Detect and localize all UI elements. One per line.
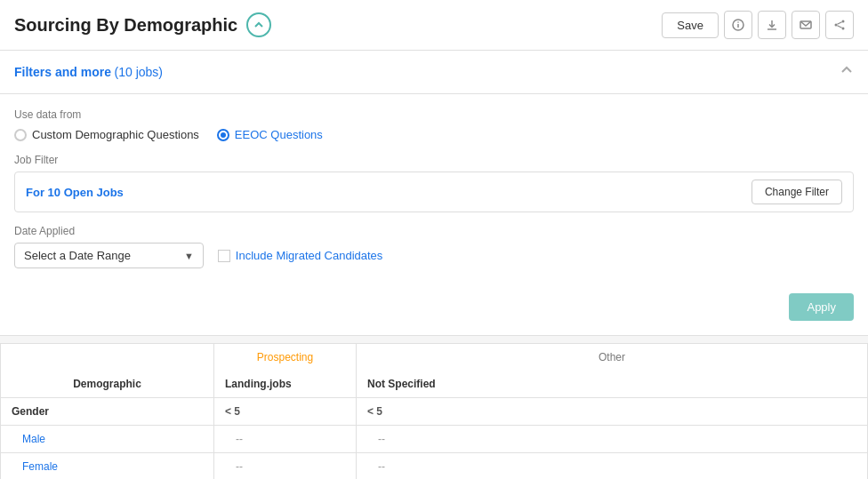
job-filter-label: Job Filter [14,154,854,166]
th-demographic: Demographic [1,371,214,398]
td-female-other: -- [357,453,868,480]
share-icon [833,19,846,31]
share-button[interactable] [825,11,854,39]
filters-title: Filters and more (10 jobs) [14,65,163,79]
td-male: Male [1,426,214,453]
download-icon [766,19,778,31]
td-male-prospecting: -- [214,426,357,453]
chevron-up-icon [840,63,854,77]
filters-title-text: Filters and more [14,65,111,79]
download-button[interactable] [758,11,786,39]
td-gender: Gender [1,398,214,426]
table-sub-header-row: Demographic Landing.jobs Not Specified [1,371,868,398]
change-filter-button[interactable]: Change Filter [751,180,842,204]
page-header: Sourcing By Demographic Save [0,0,868,51]
filters-panel: Filters and more (10 jobs) Use data from… [0,51,868,336]
info-button[interactable] [724,11,752,39]
radio-circle-eeoc [217,129,229,141]
header-left: Sourcing By Demographic [14,12,271,37]
email-icon [800,19,812,31]
table-group-header-row: Prospecting Other [1,344,868,371]
include-migrated-checkbox[interactable]: Include Migrated Candidates [218,249,383,262]
table-row: Male -- -- [1,426,868,453]
td-gender-prospecting: < 5 [214,398,357,426]
save-button[interactable]: Save [662,12,719,38]
th-other: Other [357,344,868,371]
demographic-table: Prospecting Other Demographic Landing.jo… [0,343,868,479]
svg-point-2 [737,21,739,23]
apply-row: Apply [0,283,868,335]
collapse-button[interactable] [246,12,271,37]
filters-count: (10 jobs) [115,65,163,79]
dropdown-arrow-icon: ▼ [184,251,194,261]
table-row: Female -- -- [1,453,868,480]
checkbox-icon [218,250,230,262]
date-range-text: Select a Date Range [24,249,131,262]
table-row: Gender < 5 < 5 [1,398,868,426]
td-female: Female [1,453,214,480]
include-label: Include Migrated Candidates [236,249,383,262]
date-row: Select a Date Range ▼ Include Migrated C… [14,243,854,268]
th-not-specified: Not Specified [357,371,868,398]
use-data-label: Use data from [14,108,854,121]
date-range-select[interactable]: Select a Date Range ▼ [14,243,204,268]
td-female-prospecting: -- [214,453,357,480]
th-landing-jobs: Landing.jobs [214,371,357,398]
svg-point-8 [842,28,845,30]
apply-button[interactable]: Apply [789,293,854,321]
th-prospecting: Prospecting [214,344,357,371]
td-gender-other: < 5 [357,398,868,426]
svg-point-7 [835,24,838,27]
svg-line-9 [837,22,841,25]
chevron-up-icon [253,20,264,30]
page-title: Sourcing By Demographic [14,15,237,36]
filters-body: Use data from Custom Demographic Questio… [0,94,868,283]
svg-point-6 [842,20,845,23]
radio-label-eeoc: EEOC Questions [235,128,323,141]
data-table-container: Prospecting Other Demographic Landing.jo… [0,343,868,479]
job-filter-bar: For 10 Open Jobs Change Filter [14,172,854,212]
filters-header: Filters and more (10 jobs) [0,51,868,94]
radio-custom-demographic[interactable]: Custom Demographic Questions [14,128,199,141]
job-count-highlight: 10 Open Jobs [48,186,124,199]
info-icon [732,19,744,31]
radio-dot-eeoc [221,132,226,138]
filters-collapse-button[interactable] [840,63,854,81]
job-filter-text: For 10 Open Jobs [26,186,124,199]
header-actions: Save [662,11,854,39]
date-label: Date Applied [14,225,854,237]
svg-line-10 [837,26,841,28]
email-button[interactable] [792,11,820,39]
radio-label-custom: Custom Demographic Questions [32,128,199,141]
radio-group: Custom Demographic Questions EEOC Questi… [14,128,854,141]
radio-eeoc[interactable]: EEOC Questions [217,128,323,141]
radio-circle-custom [14,129,27,141]
td-male-other: -- [357,426,868,453]
th-demo-empty [1,344,214,371]
